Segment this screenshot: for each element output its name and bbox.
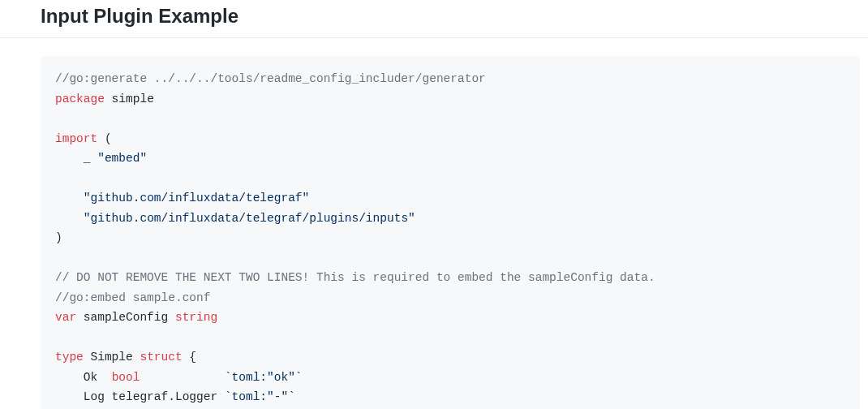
code-line: //go:embed sample.conf <box>55 288 847 308</box>
code-line: _ "embed" <box>55 149 847 169</box>
code-keyword: package <box>55 93 105 105</box>
code-line-blank <box>55 328 847 348</box>
code-comment: //go:generate ../../../tools/readme_conf… <box>55 72 486 85</box>
code-keyword: import <box>55 132 97 145</box>
code-line-blank <box>55 248 847 269</box>
code-line: "github.com/influxdata/telegraf/plugins/… <box>55 209 847 229</box>
section-heading-wrap: Input Plugin Example <box>0 2 868 38</box>
code-line: import ( <box>55 129 847 149</box>
code-text: simple <box>105 93 154 105</box>
code-text <box>55 212 84 225</box>
code-line: type Simple struct { <box>55 347 847 368</box>
code-line: // DO NOT REMOVE THE NEXT TWO LINES! Thi… <box>55 268 847 288</box>
code-string: `toml:"-"` <box>225 390 295 403</box>
code-line: package simple <box>55 89 847 110</box>
code-keyword: struct <box>140 351 182 364</box>
code-line: "github.com/influxdata/telegraf" <box>55 188 847 209</box>
code-text: Ok <box>55 371 112 384</box>
code-block: //go:generate ../../../tools/readme_conf… <box>41 56 860 409</box>
code-keyword: type <box>55 351 84 364</box>
code-string: "github.com/influxdata/telegraf/plugins/… <box>84 212 415 225</box>
code-keyword: var <box>55 311 76 324</box>
code-string: "github.com/influxdata/telegraf" <box>84 192 309 204</box>
code-line: Ok bool `toml:"ok"` <box>55 368 847 388</box>
code-text <box>140 371 224 384</box>
code-comment: //go:embed sample.conf <box>55 291 210 304</box>
code-comment: // DO NOT REMOVE THE NEXT TWO LINES! Thi… <box>55 271 655 284</box>
code-line: ) <box>55 228 847 248</box>
code-line: //go:generate ../../../tools/readme_conf… <box>55 69 847 89</box>
code-text: sampleConfig <box>76 311 175 324</box>
code-text: Log telegraf.Logger <box>55 390 225 403</box>
code-line-blank <box>55 169 847 189</box>
section-title: Input Plugin Example <box>41 2 868 31</box>
code-line: Log telegraf.Logger `toml:"-"` <box>55 387 847 407</box>
code-text: { <box>183 351 196 364</box>
code-text: ( <box>97 132 111 145</box>
code-string: "embed" <box>97 152 147 165</box>
code-text: ) <box>55 231 62 244</box>
code-text: Simple <box>84 351 140 364</box>
code-keyword: bool <box>112 371 140 384</box>
code-line-blank <box>55 109 847 129</box>
code-keyword: string <box>175 311 217 324</box>
code-string: `toml:"ok"` <box>225 371 303 384</box>
code-text: _ <box>55 152 97 165</box>
code-line: var sampleConfig string <box>55 308 847 328</box>
code-text <box>55 192 84 204</box>
